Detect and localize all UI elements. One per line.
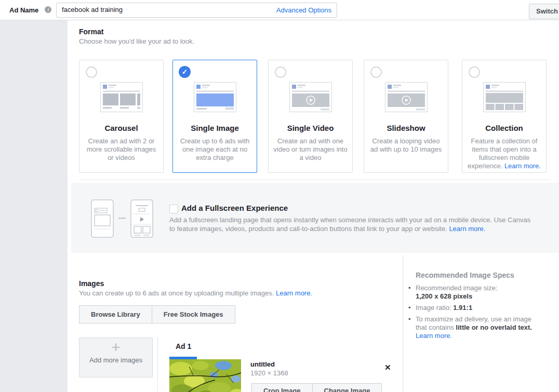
section-divider	[79, 180, 551, 180]
ads-manager-screen: Ad Name i Advanced Options Switch t Form…	[0, 0, 559, 392]
format-card-single-image[interactable]: ✓ Single Image Create up to 6 ads with o…	[172, 60, 257, 173]
format-card-collection[interactable]: Collection Feature a collection of items…	[462, 60, 547, 173]
spec-item-size: • Recommended image size: 1,200 x 628 pi…	[408, 284, 544, 301]
change-image-button[interactable]: Change Image	[312, 383, 382, 392]
switch-creation-button[interactable]: Switch t	[529, 4, 559, 19]
radio-unselected-icon[interactable]	[86, 66, 97, 78]
free-stock-images-button[interactable]: Free Stock Images	[152, 305, 235, 323]
images-section-subtitle: You can create up to 6 ads at once by up…	[79, 289, 312, 297]
fullscreen-checkbox[interactable]	[169, 205, 178, 213]
ad-name-label: Ad Name	[9, 6, 38, 14]
format-section-subtitle: Choose how you'd like your ad to look.	[79, 37, 194, 45]
format-card-title: Slideshow	[364, 124, 448, 132]
ad-name-field-wrap: Advanced Options	[56, 3, 337, 18]
topbar: Ad Name i Advanced Options Switch t	[0, 0, 559, 20]
collection-mockup-icon	[483, 82, 526, 114]
image-dimensions: 1920 × 1368	[250, 369, 288, 377]
image-action-buttons: Crop Image Change Image	[251, 383, 382, 392]
images-learn-more-link[interactable]: Learn more.	[276, 289, 312, 297]
fullscreen-learn-more-link[interactable]: Learn more.	[449, 225, 485, 233]
spec-size-value: 1,200 x 628 pixels	[416, 292, 472, 300]
format-card-title: Carousel	[79, 124, 163, 132]
image-name: untitled	[250, 360, 275, 368]
spec-ratio-value: 1.91:1	[453, 304, 472, 312]
spec-size-label: Recommended image size:	[416, 284, 498, 292]
format-card-description: Create a looping video ad with up to 10 …	[364, 137, 448, 154]
left-rail	[0, 20, 68, 392]
format-card-description: Create an ad with one video or turn imag…	[269, 137, 352, 162]
format-section-title: Format	[79, 28, 103, 36]
phones-illustration-icon	[91, 199, 171, 238]
format-card-description: Create an ad with 2 or more scrollable i…	[79, 137, 163, 162]
collection-learn-more-link[interactable]: Learn more.	[504, 162, 541, 170]
close-icon[interactable]: ✕	[384, 363, 391, 372]
slideshow-mockup-icon	[385, 82, 428, 114]
bullet-icon: •	[408, 315, 416, 340]
add-more-images-button[interactable]: + Add more images	[79, 337, 153, 377]
info-icon[interactable]: i	[45, 6, 51, 13]
specs-title: Recommended Image Specs	[416, 271, 544, 279]
bullet-icon: •	[408, 304, 416, 312]
specs-learn-more-link[interactable]: Learn more.	[416, 332, 452, 340]
browse-library-button[interactable]: Browse Library	[79, 305, 152, 323]
fullscreen-description: Add a fullscreen landing page that opens…	[169, 215, 534, 233]
radio-selected-check-icon[interactable]: ✓	[179, 66, 191, 78]
advanced-options-link[interactable]: Advanced Options	[276, 6, 331, 14]
fullscreen-experience-panel: Add a Fullscreen Experience Add a fullsc…	[71, 183, 559, 253]
carousel-mockup-icon	[100, 82, 143, 114]
format-card-description: Feature a collection of items that open …	[462, 137, 546, 170]
radio-unselected-icon[interactable]	[469, 66, 480, 78]
spec-item-ratio: • Image ratio: 1.91:1	[408, 304, 544, 312]
bullet-icon: •	[408, 284, 416, 301]
format-card-single-video[interactable]: Single Video Create an ad with one video…	[268, 60, 353, 173]
format-card-title: Single Video	[269, 124, 352, 132]
format-card-title: Single Image	[173, 124, 257, 132]
format-card-slideshow[interactable]: Slideshow Create a looping video ad with…	[364, 60, 448, 173]
image-source-buttons: Browse Library Free Stock Images	[79, 305, 235, 323]
format-card-description: Create up to 6 ads with one image each a…	[173, 137, 257, 162]
images-section-title: Images	[79, 279, 104, 288]
spec-text-bold: little or no overlaid text.	[456, 323, 532, 331]
ad-name-input[interactable]	[57, 3, 270, 16]
recommended-image-specs: Recommended Image Specs • Recommended im…	[408, 271, 544, 343]
radio-unselected-icon[interactable]	[370, 66, 382, 78]
spec-ratio-label: Image ratio:	[416, 304, 453, 312]
right-panel-divider	[403, 255, 403, 392]
format-card-title: Collection	[462, 124, 546, 132]
single-video-mockup-icon	[289, 82, 332, 114]
tab-ad-1[interactable]: Ad 1	[176, 342, 191, 350]
single-image-mockup-icon	[194, 82, 236, 114]
plus-icon: +	[79, 339, 152, 356]
format-card-carousel[interactable]: Carousel Create an ad with 2 or more scr…	[79, 60, 164, 173]
crop-image-button[interactable]: Crop Image	[251, 383, 313, 392]
spec-item-text: • To maximize ad delivery, use an image …	[408, 315, 544, 340]
add-more-images-label: Add more images	[79, 356, 152, 364]
images-subtitle-text: You can create up to 6 ads at once by up…	[79, 289, 274, 297]
fullscreen-title: Add a Fullscreen Experience	[181, 204, 288, 212]
radio-unselected-icon[interactable]	[275, 66, 286, 78]
ad-image-thumbnail[interactable]	[169, 359, 241, 392]
ad-list-divider	[157, 336, 158, 392]
